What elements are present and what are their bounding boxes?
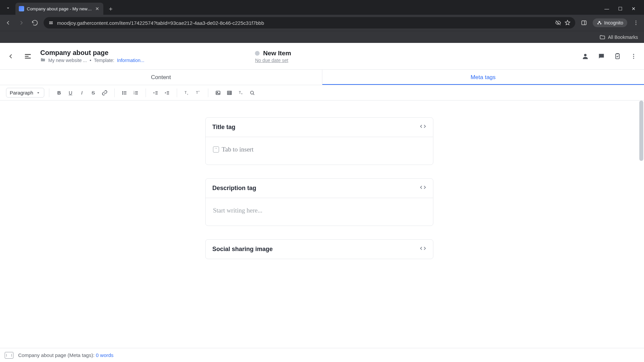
- bookmarks-bar: All Bookmarks: [0, 31, 644, 43]
- address-bar[interactable]: moodjoy.gathercontent.com/item/17422574?…: [44, 17, 575, 28]
- close-tab-icon[interactable]: ✕: [95, 6, 100, 11]
- svg-point-3: [636, 20, 637, 21]
- browser-tabstrip: Company about page - My new… ✕ ＋ — ☐ ✕: [0, 0, 644, 15]
- incognito-chip[interactable]: Incognito: [593, 18, 627, 27]
- new-tab-button[interactable]: ＋: [106, 4, 115, 13]
- svg-rect-2: [582, 21, 586, 25]
- tab-title: Company about page - My new…: [27, 6, 92, 11]
- maximize-icon[interactable]: ☐: [617, 6, 623, 11]
- close-window-icon[interactable]: ✕: [631, 6, 637, 11]
- minimize-icon[interactable]: —: [604, 6, 610, 11]
- favicon-icon: [19, 6, 24, 11]
- browser-toolbar: moodjoy.gathercontent.com/item/17422574?…: [0, 15, 644, 31]
- svg-rect-1: [49, 23, 52, 24]
- url-text: moodjoy.gathercontent.com/item/17422574?…: [57, 20, 552, 26]
- svg-point-5: [636, 24, 637, 25]
- reload-icon[interactable]: [30, 18, 40, 27]
- svg-point-4: [636, 22, 637, 23]
- kebab-menu-icon[interactable]: [631, 18, 641, 27]
- site-settings-icon[interactable]: [48, 20, 54, 25]
- svg-rect-0: [49, 22, 52, 22]
- sidepanel-icon[interactable]: [579, 18, 589, 27]
- eye-off-icon[interactable]: [555, 20, 561, 26]
- folder-icon: [599, 34, 605, 40]
- window-controls: — ☐ ✕: [604, 6, 641, 15]
- tab-search-dropdown[interactable]: [3, 3, 13, 13]
- back-icon[interactable]: [3, 18, 13, 27]
- incognito-label: Incognito: [604, 20, 623, 25]
- all-bookmarks-link[interactable]: All Bookmarks: [608, 35, 638, 40]
- incognito-icon: [597, 20, 602, 25]
- bookmark-star-icon[interactable]: [565, 20, 571, 26]
- forward-icon[interactable]: [17, 18, 26, 27]
- browser-tab[interactable]: Company about page - My new… ✕: [15, 3, 103, 15]
